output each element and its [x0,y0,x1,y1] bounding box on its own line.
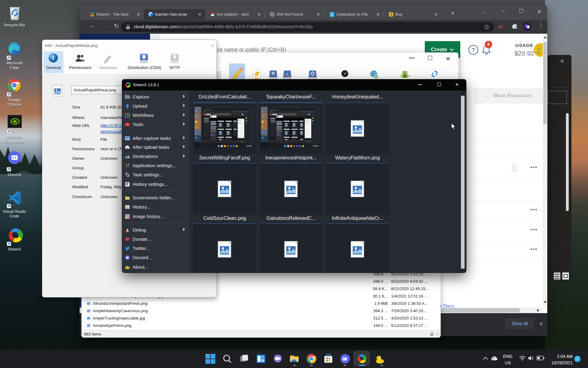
svg-text:a: a [286,71,288,76]
svg-text:?: ? [472,47,475,53]
svg-text:i: i [52,55,54,61]
